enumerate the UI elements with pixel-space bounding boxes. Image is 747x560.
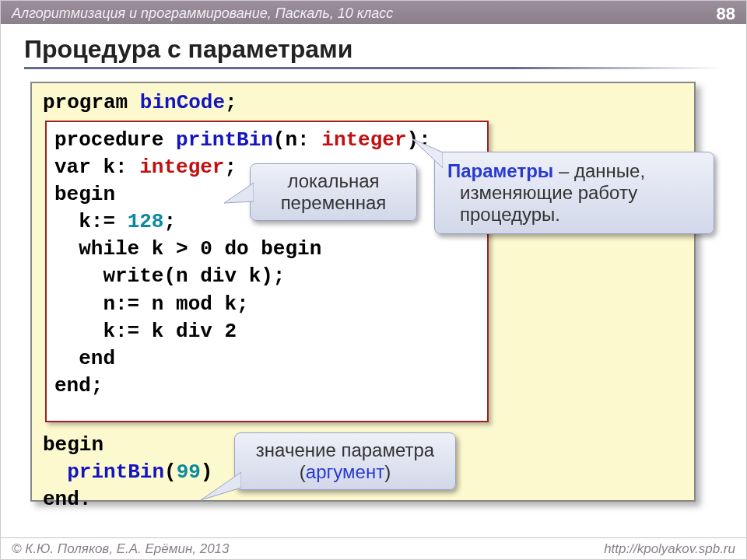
- topbar: Алгоритмизация и программирование, Паска…: [1, 1, 746, 24]
- title-rule: [24, 67, 723, 69]
- footer-left: © К.Ю. Поляков, Е.А. Ерёмин, 2013: [12, 541, 230, 557]
- svg-marker-1: [412, 138, 443, 168]
- callout-parameters: Параметры – данные, изменяющие работу пр…: [434, 152, 714, 234]
- callout-tail-icon: [409, 135, 443, 170]
- svg-marker-2: [201, 472, 241, 500]
- outer-code: program binCode;: [32, 83, 694, 123]
- page-title: Процедура с параметрами: [24, 35, 723, 64]
- slide: Алгоритмизация и программирование, Паска…: [0, 0, 747, 560]
- page-number: 88: [717, 4, 735, 24]
- callout-tail-icon: [223, 178, 254, 205]
- subject-text: Алгоритмизация и программирование, Паска…: [12, 5, 393, 22]
- callout-tail-icon: [198, 469, 241, 503]
- footer-right: http://kpolyakov.spb.ru: [604, 541, 735, 557]
- callout-argument: значение параметра (аргумент): [234, 432, 456, 490]
- callout-local-variable: локальная переменная: [250, 163, 417, 221]
- outer-code-bottom: begin printBin(99) end.: [32, 425, 223, 520]
- footer: © К.Ю. Поляков, Е.А. Ерёмин, 2013 http:/…: [1, 537, 746, 559]
- svg-marker-0: [224, 183, 254, 203]
